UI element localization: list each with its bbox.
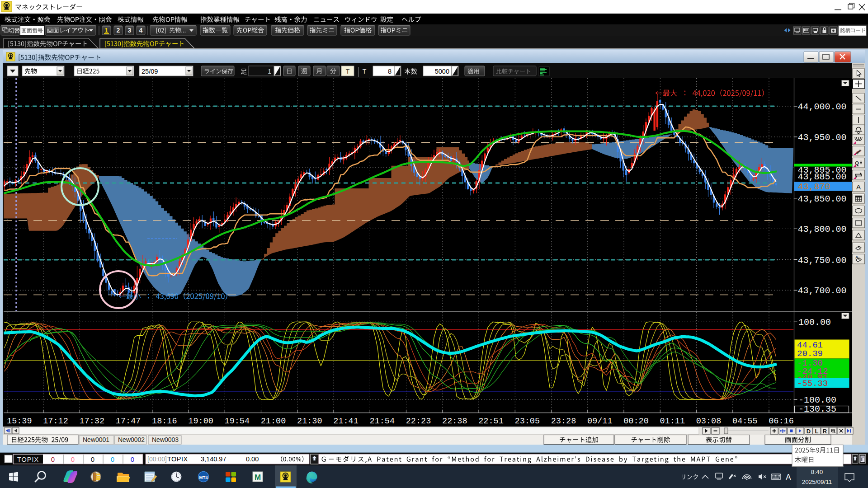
svg-text:R: R xyxy=(823,428,827,435)
svg-text:06:16: 06:16 xyxy=(769,417,794,426)
svg-text:100.00: 100.00 xyxy=(798,317,831,328)
svg-text:TOPIX: TOPIX xyxy=(17,456,39,463)
svg-text:2: 2 xyxy=(117,27,120,34)
svg-text:18:16: 18:16 xyxy=(152,417,177,426)
svg-text:0: 0 xyxy=(51,455,55,463)
svg-text:T: T xyxy=(346,68,350,75)
svg-text:A: A xyxy=(856,183,861,191)
svg-text:22:23: 22:23 xyxy=(406,417,431,426)
svg-text:0: 0 xyxy=(91,455,94,463)
svg-text:23:05: 23:05 xyxy=(515,417,540,426)
svg-text:00:20: 00:20 xyxy=(623,417,649,426)
svg-text:09/11: 09/11 xyxy=(587,417,613,426)
svg-text:[00:00]: [00:00] xyxy=(147,455,167,463)
svg-text:17:32: 17:32 xyxy=(80,417,105,426)
svg-text:A: A xyxy=(786,473,791,482)
svg-text:5000: 5000 xyxy=(435,68,449,75)
svg-text:43,750.00: 43,750.00 xyxy=(798,255,847,266)
svg-text:A: A xyxy=(855,255,858,259)
svg-text:23:28: 23:28 xyxy=(551,417,576,426)
svg-text:New0002: New0002 xyxy=(118,436,145,443)
svg-text:8: 8 xyxy=(388,68,392,75)
svg-text:21:54: 21:54 xyxy=(370,417,395,426)
svg-text:0.00: 0.00 xyxy=(246,455,259,463)
svg-text:03:08: 03:08 xyxy=(696,417,722,426)
svg-text:19:54: 19:54 xyxy=(225,417,250,426)
svg-text:L: L xyxy=(815,428,819,435)
svg-text:43,885.00: 43,885.00 xyxy=(798,172,847,182)
svg-text:21:41: 21:41 xyxy=(333,417,359,426)
svg-text:2025/09/11: 2025/09/11 xyxy=(802,479,832,485)
svg-text:M: M xyxy=(255,473,261,482)
svg-text:1: 1 xyxy=(105,27,108,34)
svg-text:21:30: 21:30 xyxy=(297,417,322,426)
svg-text:New0001: New0001 xyxy=(83,436,109,443)
svg-text:25/09: 25/09 xyxy=(142,68,158,75)
svg-text:New0003: New0003 xyxy=(152,436,179,443)
svg-text:17:12: 17:12 xyxy=(43,417,68,426)
svg-text:4: 4 xyxy=(139,27,143,34)
svg-text:T: T xyxy=(363,68,367,75)
svg-text:20.39: 20.39 xyxy=(797,349,823,359)
svg-text:19:00: 19:00 xyxy=(188,417,213,426)
svg-text:44,000.00: 44,000.00 xyxy=(798,102,847,112)
svg-text:43,700.00: 43,700.00 xyxy=(798,286,847,296)
svg-text:22:51: 22:51 xyxy=(478,417,504,426)
svg-text:15:39: 15:39 xyxy=(7,417,32,426)
svg-text:01:11: 01:11 xyxy=(660,417,685,426)
svg-text:D: D xyxy=(807,428,811,435)
svg-text:43,870: 43,870 xyxy=(798,182,830,192)
svg-text:-55.33: -55.33 xyxy=(797,379,828,389)
svg-text:1: 1 xyxy=(268,68,271,75)
svg-text:0: 0 xyxy=(71,455,75,463)
svg-text:21:00: 21:00 xyxy=(261,417,286,426)
svg-text:TOPIX: TOPIX xyxy=(167,455,188,463)
svg-text:MT4: MT4 xyxy=(199,475,208,480)
svg-text:22:38: 22:38 xyxy=(442,417,467,426)
svg-text:17:47: 17:47 xyxy=(116,417,141,426)
svg-text:43,950.00: 43,950.00 xyxy=(798,132,847,143)
svg-text:3: 3 xyxy=(128,27,132,34)
svg-text:8:40: 8:40 xyxy=(811,469,823,475)
svg-text:43,850.00: 43,850.00 xyxy=(798,194,847,204)
svg-text:0: 0 xyxy=(131,455,134,463)
svg-text:-130.35: -130.35 xyxy=(798,404,836,414)
svg-text:3,140.97: 3,140.97 xyxy=(201,455,226,463)
svg-text:0: 0 xyxy=(111,455,114,463)
svg-text:43,800.00: 43,800.00 xyxy=(798,224,847,235)
svg-text:04:55: 04:55 xyxy=(732,417,758,426)
